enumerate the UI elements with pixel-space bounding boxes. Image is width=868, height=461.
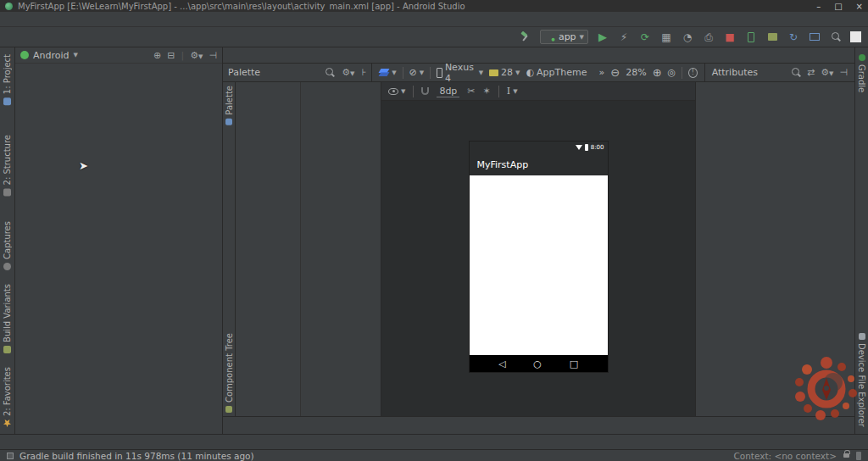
zoom-out-button[interactable]: ⊖ — [610, 66, 620, 79]
palette-categories — [236, 82, 301, 416]
component-tree-tab-icon — [225, 406, 232, 413]
device-manager-icon[interactable] — [808, 31, 821, 44]
stop-button[interactable]: ■ — [723, 31, 737, 44]
android-studio-icon — [5, 3, 13, 10]
sidebar-item-build-variants[interactable]: Build Variants — [3, 277, 12, 360]
nav-recents-icon[interactable]: □ — [570, 358, 578, 369]
device-select[interactable]: Nexus 4▼ — [437, 62, 483, 84]
tool-window-bar — [0, 434, 868, 449]
zoom-fit-button[interactable]: ◎ — [668, 67, 676, 78]
avd-manager-icon[interactable] — [744, 31, 758, 44]
run-config-select[interactable]: app ▼ — [540, 30, 588, 44]
layers-icon — [379, 69, 389, 77]
zoom-in-button[interactable]: ⊕ — [653, 66, 662, 79]
editor-tab-bar — [223, 47, 854, 64]
attributes-swap-icon[interactable]: ⇄ — [807, 67, 815, 78]
status-progress-icon — [7, 453, 14, 459]
attributes-header: Attributes ⇄ ⚙▼ ⊣ — [704, 64, 854, 81]
phone-clock: 8:00 — [591, 144, 604, 151]
status-context: Context: <no context> — [733, 451, 837, 461]
project-tree — [15, 64, 222, 434]
lock-icon[interactable] — [843, 453, 849, 458]
sync-project-icon[interactable]: ↻ — [787, 31, 800, 44]
nav-home-icon[interactable]: ○ — [533, 358, 542, 369]
minimize-button[interactable]: – — [816, 2, 821, 11]
sdk-manager-icon[interactable] — [765, 31, 779, 44]
gradle-tool-icon — [859, 54, 865, 61]
palette-search-icon[interactable] — [326, 68, 335, 77]
search-everywhere-icon[interactable] — [829, 31, 843, 44]
sidebar-item-favorites[interactable]: 2: Favorites — [3, 360, 12, 434]
palette-tab-icon — [225, 119, 232, 125]
hide-panel-icon[interactable]: ⊣ — [209, 50, 217, 61]
api-icon — [489, 69, 498, 76]
sidebar-item-project[interactable]: 1: Project — [3, 47, 12, 112]
maximize-button[interactable]: □ — [834, 2, 842, 11]
surface-toolbar: ▼ 8dp ✂ ✶ I▼ — [381, 82, 695, 101]
api-level-select[interactable]: 28▼ — [489, 67, 520, 78]
chevron-down-icon: ▼ — [74, 52, 78, 58]
chevron-down-icon: ▼ — [580, 34, 584, 41]
sidebar-item-captures[interactable]: Captures — [3, 214, 12, 277]
design-toolbar: Palette ⚙▼ ⊦ ▼ ⊘▼ Nexus 4▼ 28▼ ◐AppTheme… — [223, 64, 854, 82]
attributes-hide-icon[interactable]: ⊣ — [839, 67, 848, 78]
build-hammer-icon[interactable] — [519, 31, 532, 44]
attributes-title: Attributes — [712, 67, 758, 78]
debug-button[interactable]: ⟳ — [638, 31, 652, 44]
phone-nav-bar: ◁ ○ □ — [470, 355, 608, 372]
phone-content-area[interactable] — [470, 175, 608, 355]
attach-debugger-icon[interactable]: ⎙ — [702, 31, 715, 44]
clear-constraints-icon[interactable]: ✂ — [467, 86, 475, 97]
collapse-all-icon[interactable]: ⊟ — [167, 50, 175, 61]
orientation-select[interactable]: ⊘▼ — [409, 67, 424, 78]
infer-constraints-icon[interactable]: ✶ — [483, 86, 491, 97]
coverage-icon[interactable]: ▦ — [659, 31, 673, 44]
autoconnect-magnet-icon[interactable] — [421, 87, 429, 95]
run-button[interactable]: ▶ — [596, 31, 609, 44]
editor-mode-tabs — [223, 416, 854, 434]
overflow-chevrons[interactable]: » — [599, 67, 605, 78]
default-margin-select[interactable]: 8dp — [437, 86, 459, 97]
attributes-gear-icon[interactable]: ⚙▼ — [821, 67, 833, 78]
design-surface: ▼ 8dp ✂ ✶ I▼ 8:00 — [381, 82, 695, 416]
left-tool-stripe: 1: Project 2: Structure Captures Build V… — [0, 47, 15, 434]
menu-bar — [0, 12, 868, 27]
profiler-icon[interactable]: ◔ — [681, 31, 694, 44]
palette-split-icon[interactable]: ⊦ — [361, 67, 366, 78]
locate-file-icon[interactable]: ⊕ — [153, 50, 161, 61]
watermark-logo — [792, 353, 861, 428]
tab-palette[interactable]: Palette — [223, 82, 235, 129]
phone-preview[interactable]: 8:00 MyFirstApp ◁ ○ □ — [470, 142, 608, 372]
nav-back-icon[interactable]: ◁ — [498, 358, 505, 369]
project-panel: Android ▼ ⊕ ⊟ | ⚙▼ ⊣ — [15, 47, 223, 434]
palette-components — [301, 82, 381, 416]
design-surface-controls: ▼ ⊘▼ Nexus 4▼ 28▼ ◐AppTheme » ⊖ 28% ⊕ ◎ … — [372, 64, 704, 81]
zoom-level: 28% — [626, 67, 646, 78]
tab-component-tree[interactable]: Component Tree — [223, 330, 235, 416]
apply-changes-icon[interactable]: ⚡ — [617, 31, 631, 44]
issues-icon[interactable]: ! — [688, 68, 698, 78]
view-options-select[interactable]: ▼ — [388, 88, 405, 95]
title-bar: MyFirstApp [E:\WeLearn\MyFirstApp] - ...… — [0, 0, 868, 12]
status-bar: Gradle build finished in 11s 978ms (11 m… — [0, 449, 868, 461]
palette-title: Palette — [228, 67, 260, 78]
mouse-cursor: ➤ — [79, 159, 88, 172]
close-button[interactable]: × — [856, 2, 863, 11]
gear-icon[interactable]: ⚙▼ — [190, 50, 203, 61]
sidebar-item-gradle[interactable]: Gradle — [857, 47, 866, 99]
eye-icon — [388, 88, 398, 95]
attributes-search-icon[interactable] — [792, 68, 801, 77]
sidebar-item-structure[interactable]: 2: Structure — [3, 128, 12, 203]
project-view-selector[interactable]: Android — [33, 50, 70, 61]
design-mode-select[interactable]: ▼ — [379, 69, 396, 77]
build-variants-tool-icon — [3, 346, 11, 353]
text-tools-select[interactable]: I▼ — [507, 86, 518, 97]
palette-gear-icon[interactable]: ⚙▼ — [342, 67, 354, 78]
scroll-indicator — [856, 452, 861, 460]
android-view-icon — [20, 51, 29, 59]
theme-select[interactable]: ◐AppTheme — [526, 67, 587, 78]
structure-tool-icon — [3, 188, 11, 196]
run-config-icon — [545, 33, 554, 42]
palette-side-stripe: Palette Component Tree — [223, 82, 236, 416]
main-toolbar: app ▼ ▶ ⚡ ⟳ ▦ ◔ ⎙ ■ ↻ — [0, 27, 868, 47]
